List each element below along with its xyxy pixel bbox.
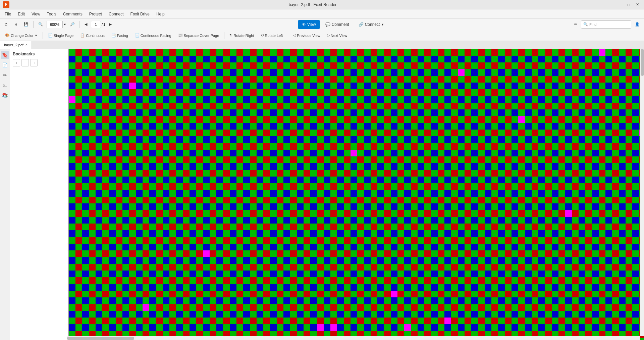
- change-color-button[interactable]: 🎨 Change Color ▼: [2, 32, 41, 40]
- goto-bookmark-button[interactable]: →: [30, 59, 38, 66]
- right-toolbar-group: ✏ 🔍 👤: [572, 20, 642, 29]
- separator2: [224, 32, 224, 39]
- bookmark-panel-button[interactable]: 🔖: [1, 51, 9, 59]
- zoom-group: ▼: [47, 21, 66, 28]
- close-button[interactable]: ✕: [633, 1, 641, 8]
- separator3: [288, 32, 288, 39]
- rotate-right-button[interactable]: ↻ Rotate Right: [226, 32, 257, 40]
- prev-page-button[interactable]: ◀: [82, 20, 90, 29]
- change-color-label: Change Color: [11, 34, 34, 38]
- zoom-input[interactable]: [47, 21, 63, 28]
- next-view-button[interactable]: ▷ Next View: [324, 32, 350, 40]
- title-bar: F bayer_2.pdf - Foxit Reader ─ □ ✕: [0, 0, 644, 9]
- page-total: 1: [103, 22, 105, 27]
- page-nav-group: / 1: [91, 21, 105, 28]
- view-mode-button[interactable]: 👁 View: [298, 20, 320, 29]
- add-bookmark-icon: +: [15, 61, 17, 65]
- zoom-in-icon: 🔎: [70, 22, 75, 27]
- center-toolbar-group: 👁 View 💬 Comment 🔗 Connect ▼: [115, 20, 571, 29]
- continuous-facing-icon: 📃: [135, 33, 140, 38]
- minimize-button[interactable]: ─: [616, 1, 624, 8]
- zoom-out-icon: 🔍: [38, 22, 43, 27]
- continuous-facing-label: Continuous Facing: [141, 34, 171, 38]
- menu-file[interactable]: File: [1, 10, 14, 18]
- vertical-scrollbar-thumb[interactable]: [641, 49, 644, 76]
- search-box: 🔍: [581, 20, 631, 29]
- rotate-left-label: Rotate Left: [265, 34, 283, 38]
- account-button[interactable]: 👤: [633, 20, 642, 29]
- separate-cover-icon: 📰: [178, 33, 183, 38]
- maximize-button[interactable]: □: [625, 1, 633, 8]
- vertical-scrollbar[interactable]: [640, 49, 644, 336]
- prev-page-icon: ◀: [85, 22, 87, 27]
- previous-view-label: Previous View: [297, 34, 320, 38]
- customize-button[interactable]: ✏: [572, 20, 580, 29]
- facing-button[interactable]: 📑 Facing: [108, 32, 131, 40]
- separate-cover-button[interactable]: 📰 Separate Cover Page: [175, 32, 222, 40]
- page-panel-button[interactable]: 📄: [1, 61, 9, 69]
- continuous-button[interactable]: 📋 Continuous: [77, 32, 108, 40]
- delete-bookmark-button[interactable]: −: [21, 59, 29, 66]
- change-color-dropdown-icon: ▼: [35, 34, 38, 37]
- single-page-icon: 📄: [48, 33, 53, 38]
- single-page-button[interactable]: 📄 Single Page: [45, 32, 76, 40]
- main-area: 🔖 📄 ✏ 🏷 📚 Bookmarks + − →: [0, 49, 644, 340]
- search-input[interactable]: [589, 22, 629, 27]
- annotation-panel-button[interactable]: ✏: [1, 71, 9, 79]
- horizontal-scrollbar-thumb[interactable]: [67, 337, 134, 340]
- print-button[interactable]: 🖨: [12, 20, 20, 29]
- new-window-button[interactable]: 🗋: [2, 20, 10, 29]
- save-icon: 💾: [24, 22, 29, 27]
- bookmark-toolbar: + − →: [13, 59, 64, 66]
- sidebar-panel: Bookmarks + − →: [10, 49, 67, 340]
- comment-mode-button[interactable]: 💬 Comment: [321, 20, 353, 29]
- facing-icon: 📑: [111, 33, 116, 38]
- menu-help[interactable]: Help: [153, 10, 168, 18]
- next-view-label: Next View: [331, 34, 347, 38]
- connect-mode-button[interactable]: 🔗 Connect ▼: [355, 20, 388, 29]
- view-toolbar: 🎨 Change Color ▼ 📄 Single Page 📋 Continu…: [0, 30, 644, 41]
- menu-protect[interactable]: Protect: [86, 10, 105, 18]
- page-number-input[interactable]: [91, 21, 101, 28]
- separate-cover-label: Separate Cover Page: [184, 34, 219, 38]
- next-page-button[interactable]: ▶: [107, 20, 114, 29]
- window-controls: ─ □ ✕: [616, 1, 641, 8]
- pdf-canvas: [67, 49, 644, 340]
- stamp-panel-button[interactable]: 🏷: [1, 81, 9, 89]
- comment-mode-label: Comment: [332, 22, 349, 27]
- zoom-out-button[interactable]: 🔍: [36, 20, 45, 29]
- save-button[interactable]: 💾: [21, 20, 31, 29]
- window-title: bayer_2.pdf - Foxit Reader: [9, 2, 616, 7]
- tab-filename: bayer_2.pdf: [4, 43, 23, 47]
- continuous-facing-button[interactable]: 📃 Continuous Facing: [132, 32, 174, 40]
- menu-tools[interactable]: Tools: [44, 10, 60, 18]
- color-palette-icon: 🎨: [5, 33, 10, 38]
- menu-view[interactable]: View: [28, 10, 44, 18]
- menu-comments[interactable]: Comments: [60, 10, 86, 18]
- connect-mode-icon: 🔗: [359, 22, 364, 27]
- layer-panel-button[interactable]: 📚: [1, 91, 9, 99]
- pdf-content-area[interactable]: [67, 49, 644, 340]
- zoom-in-button[interactable]: 🔎: [68, 20, 77, 29]
- foxit-logo: F: [3, 1, 9, 8]
- rotate-left-button[interactable]: ↺ Rotate Left: [258, 32, 286, 40]
- menu-edit[interactable]: Edit: [14, 10, 28, 18]
- continuous-label: Continuous: [86, 34, 105, 38]
- horizontal-scrollbar[interactable]: [67, 336, 640, 340]
- separator2: [79, 21, 80, 28]
- search-icon: 🔍: [583, 22, 588, 27]
- previous-view-button[interactable]: ◁ Previous View: [290, 32, 323, 40]
- pdf-tab[interactable]: bayer_2.pdf ×: [0, 41, 32, 49]
- connect-dropdown-icon: ▼: [381, 23, 384, 26]
- zoom-dropdown-icon[interactable]: ▼: [63, 23, 66, 26]
- tab-close-button[interactable]: ×: [25, 43, 28, 47]
- continuous-icon: 📋: [80, 33, 85, 38]
- menu-foxit-drive[interactable]: Foxit Drive: [127, 10, 153, 18]
- delete-bookmark-icon: −: [24, 61, 26, 65]
- view-mode-icon: 👁: [302, 22, 306, 27]
- goto-bookmark-icon: →: [32, 61, 36, 65]
- rotate-right-icon: ↻: [229, 33, 232, 38]
- next-view-icon: ▷: [327, 33, 330, 38]
- add-bookmark-button[interactable]: +: [13, 59, 20, 66]
- menu-connect[interactable]: Connect: [105, 10, 127, 18]
